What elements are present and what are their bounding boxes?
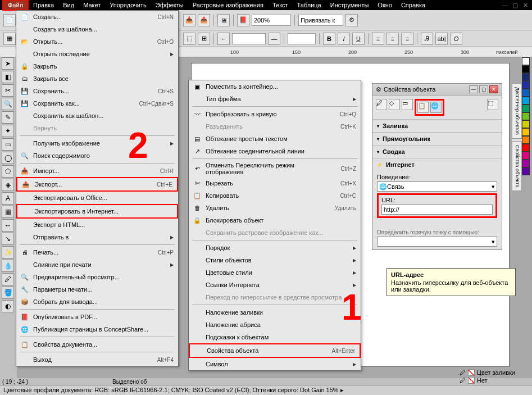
menu-item[interactable]: 📋Свойства документа...	[16, 338, 178, 351]
color-swatch[interactable]	[522, 136, 530, 144]
align-left-icon[interactable]: ≡	[372, 33, 384, 45]
menu-item[interactable]: 🔒Блокировать объект	[189, 214, 361, 226]
menu-item[interactable]: 📥Импорт...Ctrl+I	[16, 165, 178, 177]
menu-help[interactable]: Справка	[397, 1, 430, 10]
tab-internet-icon[interactable]: 🌐	[430, 102, 442, 113]
rectangle-tool-icon[interactable]: ▭	[2, 138, 14, 151]
italic-icon[interactable]: I	[338, 33, 350, 45]
behavior-select[interactable]: 🌐Связь▾	[377, 181, 497, 192]
menu-item[interactable]: Цветовые стили▶	[189, 266, 361, 279]
tab-extra-icon[interactable]: ⬚	[487, 99, 498, 110]
width-input[interactable]	[288, 33, 316, 44]
maximize-button[interactable]: ▢	[511, 1, 520, 9]
snap-options-icon[interactable]: ⚙	[345, 14, 358, 26]
dimension-tool-icon[interactable]: ↔	[2, 219, 14, 231]
section-rectangle[interactable]: ▾Прямоугольник	[372, 132, 502, 145]
menu-item[interactable]: Отправить в▶	[16, 231, 178, 243]
align-right-icon[interactable]: ≡	[401, 33, 413, 45]
docker-object-manager[interactable]: Диспетчер объектов	[512, 83, 522, 139]
menu-item[interactable]: Наложение заливки	[189, 306, 361, 319]
menu-item[interactable]: 🔧Параметры печати...	[16, 283, 178, 296]
connector-tool-icon[interactable]: ↘	[2, 233, 14, 245]
menu-table[interactable]: Таблица	[293, 1, 326, 10]
menu-item[interactable]: 〰Преобразовать в кривуюCtrl+Q	[189, 108, 361, 120]
smart-tool-icon[interactable]: ✦	[2, 125, 14, 137]
docker-object-properties[interactable]: Свойства объекта	[512, 141, 522, 192]
panel-min-icon[interactable]: —	[469, 85, 478, 93]
eyedropper-tool-icon[interactable]: 💧	[2, 260, 14, 272]
color-swatch[interactable]	[522, 97, 530, 105]
new-icon[interactable]: 📄	[3, 14, 16, 26]
menu-bitmaps[interactable]: Растровые изображения	[188, 1, 268, 10]
color-swatch[interactable]	[522, 167, 530, 175]
section-summary[interactable]: ▾Сводка	[372, 145, 502, 158]
close-button[interactable]: ✕	[521, 1, 530, 9]
outline-tool-icon[interactable]: 🖊	[2, 273, 14, 285]
menu-item[interactable]: Экспортировать в Office...	[16, 192, 178, 204]
menu-item[interactable]: Сохранить как шаблон...	[16, 110, 178, 122]
publish-icon[interactable]: 📕	[237, 14, 249, 26]
menu-item[interactable]: 🌐Публикация страницы в ConceptShare...	[16, 323, 178, 335]
menu-item[interactable]: 📕Опубликовать в PDF...	[16, 311, 178, 323]
menu-item[interactable]: Подсказки к объектам	[189, 331, 361, 343]
menu-item[interactable]: 💾Сохранить...Ctrl+S	[16, 85, 178, 97]
menu-item[interactable]: ВыходAlt+F4	[16, 353, 178, 366]
menu-item[interactable]: Открыть последние▶	[16, 48, 178, 60]
color-swatch[interactable]	[522, 128, 530, 136]
arrow-style-icon[interactable]: ←	[217, 33, 230, 45]
menu-item[interactable]: 📤Экспорт...Ctrl+E	[16, 177, 178, 192]
fill-tool-icon[interactable]: 🪣	[2, 287, 14, 299]
bold-icon[interactable]: B	[323, 33, 335, 45]
section-fill[interactable]: ▾Заливка	[372, 119, 502, 132]
color-swatch[interactable]	[522, 105, 530, 112]
menu-view[interactable]: Вид	[58, 1, 79, 10]
color-swatch[interactable]	[522, 89, 530, 97]
no-fill-icon[interactable]	[468, 369, 475, 376]
color-swatch[interactable]	[522, 57, 530, 65]
screen-icon[interactable]: 🖥	[217, 14, 230, 26]
menu-item[interactable]: ▣Поместить в контейнер...	[189, 80, 361, 93]
menu-item[interactable]: Наложение абриса	[189, 319, 361, 331]
snap-input[interactable]	[298, 15, 343, 26]
ab-icon[interactable]: ab|	[435, 33, 448, 45]
freehand-tool-icon[interactable]: ✎	[2, 111, 14, 124]
menu-item[interactable]: 💾Сохранить как...Ctrl+Сдвиг+S	[16, 97, 178, 110]
smth-input[interactable]	[232, 33, 266, 44]
menu-item[interactable]: 🔍Предварительный просмотр...	[16, 271, 178, 283]
color-swatch[interactable]	[522, 144, 530, 152]
menu-item[interactable]: 🗑УдалитьУдалить	[189, 202, 361, 214]
menu-item[interactable]: Экспорт в HTML...	[16, 219, 178, 231]
align-icon[interactable]: ⬚	[183, 33, 195, 45]
zoom-tool-icon[interactable]: 🔍	[2, 98, 14, 110]
no-outline-icon[interactable]	[468, 377, 475, 384]
export-icon[interactable]: 📤	[198, 14, 210, 26]
polygon-tool-icon[interactable]: ⬠	[2, 165, 14, 178]
zoom-input[interactable]	[252, 15, 291, 26]
url-input[interactable]	[381, 205, 493, 215]
menu-item[interactable]: Символ▶	[189, 358, 361, 370]
panel-titlebar[interactable]: ⚙ Свойства объекта — ▢ ✕	[372, 84, 502, 96]
menu-item[interactable]: ↶Отменить Переключить режим отображенияC…	[189, 160, 361, 177]
menu-item[interactable]: Ссылки Интернета▶	[189, 279, 361, 291]
text-tool-icon[interactable]: A	[2, 192, 14, 205]
import-icon[interactable]: 📥	[183, 14, 195, 26]
menu-item[interactable]: 📂Открыть...Ctrl+O	[16, 35, 178, 48]
menu-effects[interactable]: Эффекты	[151, 1, 188, 10]
underline-icon[interactable]: U	[352, 33, 365, 45]
tab-summary-icon[interactable]: 📋	[417, 102, 429, 113]
color-swatch[interactable]	[522, 81, 530, 89]
tab-rect-icon[interactable]: ▭	[402, 99, 413, 110]
menu-item[interactable]: 📦Собрать для вывода...	[16, 296, 178, 308]
basic-shapes-icon[interactable]: ◈	[2, 179, 14, 191]
table-tool-icon[interactable]: ▦	[2, 206, 14, 218]
hotspot-select[interactable]: ▾	[377, 237, 497, 247]
menu-item[interactable]: Стили объектов▶	[189, 254, 361, 266]
tab-fill-icon[interactable]: ◇	[389, 99, 400, 110]
color-swatch[interactable]	[522, 160, 530, 167]
menu-item[interactable]: Получить изображение▶	[16, 137, 178, 149]
menu-file[interactable]: Файл	[2, 0, 29, 11]
minimize-button[interactable]: —	[501, 1, 510, 9]
panel-max-icon[interactable]: ▢	[479, 85, 488, 93]
menu-item[interactable]: Экспортировать в Интернет...	[16, 204, 178, 219]
char-icon[interactable]: Ꭿ	[421, 33, 433, 45]
